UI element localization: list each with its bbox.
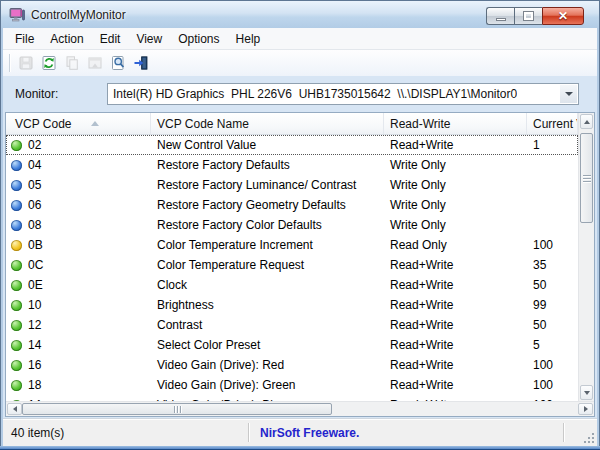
scroll-down-arrow-icon[interactable] (580, 385, 593, 400)
menu-help[interactable]: Help (228, 29, 269, 49)
column-header-vcp-code-name[interactable]: VCP Code Name (151, 113, 384, 134)
toolbar-gripper (9, 54, 10, 72)
table-row[interactable]: 12ContrastRead+Write50 (6, 315, 578, 335)
vertical-scrollbar[interactable] (578, 113, 594, 401)
copy-icon (64, 55, 80, 71)
scroll-right-arrow-icon[interactable] (578, 403, 593, 415)
menubar: FileActionEditViewOptionsHelp (3, 28, 597, 50)
current-value: 50 (527, 318, 578, 332)
read-write-mode: Read+Write (384, 378, 527, 392)
horizontal-scrollbar-thumb[interactable] (22, 403, 332, 415)
title-bar[interactable]: ControlMyMonitor ✕ (1, 1, 599, 28)
table-row[interactable]: 06Restore Factory Geometry DefaultsWrite… (6, 195, 578, 215)
blue-status-icon (11, 160, 22, 171)
vcp-code-name: Restore Factory Geometry Defaults (151, 198, 384, 212)
table-row[interactable]: 0CColor Temperature RequestRead+Write35 (6, 255, 578, 275)
vcp-code: 08 (28, 218, 41, 232)
green-status-icon (11, 320, 22, 331)
app-monitor-icon (9, 7, 25, 23)
column-header-vcp-code[interactable]: VCP Code (6, 113, 151, 134)
vcp-code: 10 (28, 298, 41, 312)
vcp-code-name: Restore Factory Luminance/ Contrast (151, 178, 384, 192)
restore-button[interactable] (514, 7, 542, 25)
table-body: 02New Control ValueRead+Write104Restore … (6, 135, 578, 401)
menu-file[interactable]: File (7, 29, 42, 49)
read-write-mode: Read+Write (384, 278, 527, 292)
current-value: 35 (527, 258, 578, 272)
vcp-code: 0C (28, 258, 43, 272)
table-row[interactable]: 10BrightnessRead+Write99 (6, 295, 578, 315)
vcp-code: 12 (28, 318, 41, 332)
vcp-code: 18 (28, 378, 41, 392)
read-write-mode: Read Only (384, 238, 527, 252)
refresh-icon (41, 55, 57, 71)
table-row[interactable]: 08Restore Factory Color DefaultsWrite On… (6, 215, 578, 235)
green-status-icon (11, 340, 22, 351)
close-button[interactable]: ✕ (542, 7, 584, 25)
toolbar-properties-button[interactable] (83, 52, 106, 74)
vcp-code-name: Restore Factory Defaults (151, 158, 384, 172)
horizontal-scrollbar[interactable] (6, 401, 594, 416)
chevron-down-icon[interactable] (560, 85, 577, 103)
freeware-label: NirSoft Freeware. (260, 426, 359, 440)
toolbar-save-button[interactable] (14, 52, 37, 74)
vcp-code-name: Select Color Preset (151, 338, 384, 352)
table-row[interactable]: 05Restore Factory Luminance/ ContrastWri… (6, 175, 578, 195)
column-header-read-write[interactable]: Read-Write (384, 113, 527, 134)
toolbar (3, 50, 597, 76)
minimize-icon (496, 18, 506, 21)
read-write-mode: Read+Write (384, 138, 527, 152)
vcp-code-list: VCP CodeVCP Code NameRead-WriteCurrent V… (5, 112, 595, 417)
column-header-current-value[interactable]: Current Value (527, 113, 578, 134)
sort-ascending-icon (91, 121, 99, 126)
scroll-left-arrow-icon[interactable] (7, 403, 22, 415)
window-frame-edge (0, 446, 600, 450)
table-row[interactable]: 02New Control ValueRead+Write1 (6, 135, 578, 155)
controlmymonitor-window: ControlMyMonitor ✕ FileActionEditViewOpt… (0, 0, 600, 450)
vcp-code-name: Video Gain (Drive): Red (151, 358, 384, 372)
table-row[interactable]: 14Select Color PresetRead+Write5 (6, 335, 578, 355)
current-value: 100 (527, 358, 578, 372)
read-write-mode: Read+Write (384, 358, 527, 372)
menu-action[interactable]: Action (42, 29, 91, 49)
current-value: 50 (527, 278, 578, 292)
monitor-panel: Monitor: Intel(R) HD Graphics PHL 226V6 … (3, 76, 597, 112)
status-bar: 40 item(s) NirSoft Freeware. (3, 418, 597, 446)
vcp-code-name: Restore Factory Color Defaults (151, 218, 384, 232)
vcp-code-name: Clock (151, 278, 384, 292)
table-row[interactable]: 18Video Gain (Drive): GreenRead+Write100 (6, 375, 578, 395)
client-area: FileActionEditViewOptionsHelp (3, 28, 597, 446)
read-write-mode: Write Only (384, 158, 527, 172)
yellow-status-icon (11, 240, 22, 251)
green-status-icon (11, 260, 22, 271)
current-value: 1 (527, 138, 578, 152)
vcp-code-name: New Control Value (151, 138, 384, 152)
vcp-code: 16 (28, 358, 41, 372)
green-status-icon (11, 140, 22, 151)
scroll-up-arrow-icon[interactable] (580, 114, 593, 129)
current-value: 99 (527, 298, 578, 312)
table-row[interactable]: 04Restore Factory DefaultsWrite Only (6, 155, 578, 175)
toolbar-advanced-button[interactable] (106, 52, 129, 74)
monitor-select[interactable]: Intel(R) HD Graphics PHL 226V6 UHB173501… (107, 83, 579, 105)
current-value: 5 (527, 338, 578, 352)
toolbar-exit-button[interactable] (129, 52, 152, 74)
table-row[interactable]: 0BColor Temperature IncrementRead Only10… (6, 235, 578, 255)
resize-grip[interactable] (583, 432, 595, 444)
vcp-code: 06 (28, 198, 41, 212)
menu-options[interactable]: Options (170, 29, 227, 49)
green-status-icon (11, 300, 22, 311)
minimize-button[interactable] (486, 7, 514, 25)
vcp-code: 14 (28, 338, 41, 352)
read-write-mode: Write Only (384, 198, 527, 212)
vertical-scrollbar-thumb[interactable] (580, 133, 593, 223)
table-row[interactable]: 16Video Gain (Drive): RedRead+Write100 (6, 355, 578, 375)
menu-edit[interactable]: Edit (92, 29, 129, 49)
toolbar-refresh-button[interactable] (37, 52, 60, 74)
toolbar-copy-button[interactable] (60, 52, 83, 74)
table-row[interactable]: 0EClockRead+Write50 (6, 275, 578, 295)
restore-icon (524, 12, 533, 20)
read-write-mode: Read+Write (384, 338, 527, 352)
vcp-code: 02 (28, 138, 41, 152)
menu-view[interactable]: View (128, 29, 170, 49)
